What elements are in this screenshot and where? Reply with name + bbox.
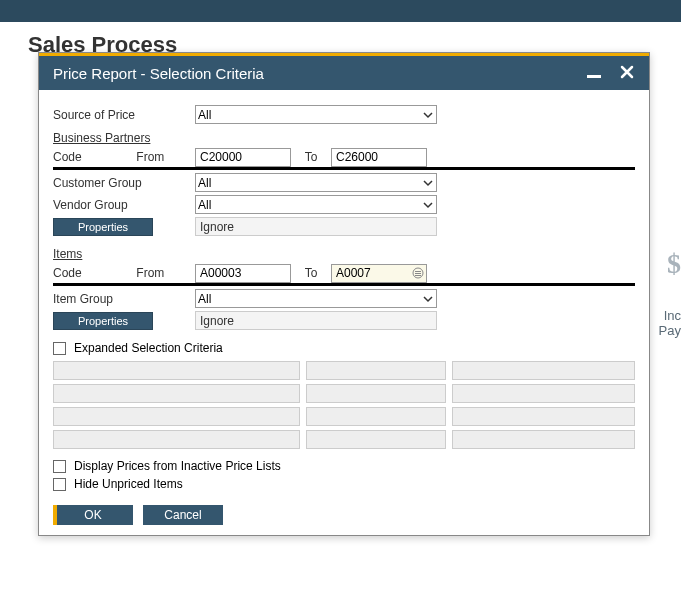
grid-cell bbox=[306, 361, 446, 380]
bp-properties-value: Ignore bbox=[195, 217, 437, 236]
grid-cell bbox=[306, 384, 446, 403]
chevron-down-icon bbox=[423, 110, 433, 120]
customer-group-value: All bbox=[198, 176, 211, 190]
bp-to-input[interactable] bbox=[331, 148, 427, 167]
bp-to-label: To bbox=[291, 150, 331, 164]
bp-from-input[interactable] bbox=[195, 148, 291, 167]
bg-text-inc: Inc bbox=[664, 308, 681, 323]
grid-cell bbox=[53, 384, 300, 403]
vendor-group-label: Vendor Group bbox=[53, 198, 195, 212]
item-code-label: Code bbox=[53, 266, 133, 280]
close-icon[interactable] bbox=[619, 64, 635, 83]
bp-code-label: Code bbox=[53, 150, 133, 164]
chevron-down-icon bbox=[423, 200, 433, 210]
choose-from-list-icon[interactable] bbox=[412, 267, 424, 279]
grid-cell bbox=[53, 430, 300, 449]
hide-unpriced-checkbox[interactable] bbox=[53, 478, 66, 491]
item-from-input[interactable] bbox=[195, 264, 291, 283]
bp-properties-button[interactable]: Properties bbox=[53, 218, 153, 236]
hide-unpriced-label: Hide Unpriced Items bbox=[74, 477, 183, 491]
grid-cell bbox=[452, 430, 635, 449]
grid-cell bbox=[306, 407, 446, 426]
grid-cell bbox=[53, 361, 300, 380]
dialog-body: Source of Price All Business Partners Co… bbox=[39, 90, 649, 535]
dollar-icon: $ bbox=[667, 250, 681, 278]
chevron-down-icon bbox=[423, 178, 433, 188]
item-properties-button[interactable]: Properties bbox=[53, 312, 153, 330]
background-content: $ Inc Pay bbox=[659, 250, 681, 338]
vendor-group-dropdown[interactable]: All bbox=[195, 195, 437, 214]
expanded-criteria-label: Expanded Selection Criteria bbox=[74, 341, 223, 355]
app-topbar bbox=[0, 0, 681, 22]
item-group-dropdown[interactable]: All bbox=[195, 289, 437, 308]
customer-group-label: Customer Group bbox=[53, 176, 195, 190]
expanded-criteria-checkbox[interactable] bbox=[53, 342, 66, 355]
dialog-titlebar[interactable]: Price Report - Selection Criteria bbox=[39, 56, 649, 90]
bp-from-label: From bbox=[136, 150, 164, 164]
grid-cell bbox=[452, 361, 635, 380]
grid-cell bbox=[53, 407, 300, 426]
source-of-price-label: Source of Price bbox=[53, 108, 195, 122]
display-inactive-label: Display Prices from Inactive Price Lists bbox=[74, 459, 281, 473]
source-of-price-value: All bbox=[198, 108, 211, 122]
svg-rect-3 bbox=[415, 275, 421, 276]
svg-rect-2 bbox=[415, 273, 421, 274]
item-from-label: From bbox=[136, 266, 164, 280]
item-to-label: To bbox=[291, 266, 331, 280]
grid-cell bbox=[452, 384, 635, 403]
dialog-title: Price Report - Selection Criteria bbox=[53, 65, 587, 82]
item-group-label: Item Group bbox=[53, 292, 195, 306]
expanded-criteria-grid bbox=[53, 361, 635, 449]
business-partners-header: Business Partners bbox=[53, 131, 635, 145]
chevron-down-icon bbox=[423, 294, 433, 304]
item-properties-value: Ignore bbox=[195, 311, 437, 330]
grid-cell bbox=[306, 430, 446, 449]
ok-button[interactable]: OK bbox=[53, 505, 133, 525]
minimize-icon[interactable] bbox=[587, 66, 601, 80]
vendor-group-value: All bbox=[198, 198, 211, 212]
cancel-button[interactable]: Cancel bbox=[143, 505, 223, 525]
customer-group-dropdown[interactable]: All bbox=[195, 173, 437, 192]
items-header: Items bbox=[53, 247, 635, 261]
svg-rect-1 bbox=[415, 271, 421, 272]
source-of-price-dropdown[interactable]: All bbox=[195, 105, 437, 124]
bg-text-pay: Pay bbox=[659, 323, 681, 338]
item-group-value: All bbox=[198, 292, 211, 306]
display-inactive-checkbox[interactable] bbox=[53, 460, 66, 473]
grid-cell bbox=[452, 407, 635, 426]
price-report-dialog: Price Report - Selection Criteria Source… bbox=[38, 52, 650, 536]
